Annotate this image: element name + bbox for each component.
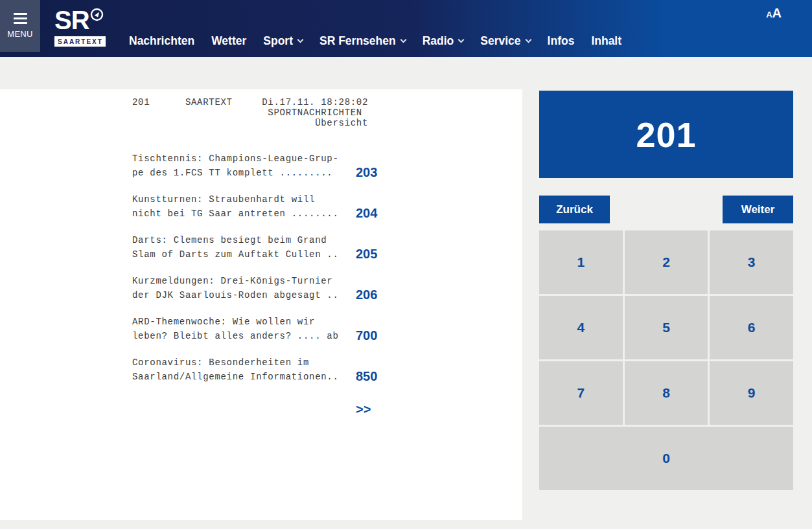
page-nav-buttons: Zurück Weiter [539, 196, 793, 223]
teletext-index-list: Tischtennis: Champions-League-Grup- pe d… [132, 153, 522, 386]
nav-item-service[interactable]: Service [480, 34, 530, 48]
key-6[interactable]: 6 [710, 296, 793, 359]
teletext-entry: Darts: Clemens besiegt beim Grand Slam o… [132, 235, 522, 264]
sr-logo-text: SR [54, 5, 89, 35]
chevron-down-icon [525, 37, 531, 43]
teletext-entry: Kurzmeldungen: Drei-Königs-Turnier der D… [132, 276, 522, 304]
nav-item-infos[interactable]: Infos [548, 34, 575, 48]
page-link-850[interactable]: 850 [356, 367, 377, 385]
chevron-down-icon [297, 37, 304, 43]
ard-circle-icon [90, 8, 104, 21]
teletext-entry: Kunstturnen: Straubenhardt will nicht be… [132, 194, 522, 223]
menu-button-label: MENU [7, 29, 32, 39]
nav-item-wetter[interactable]: Wetter [211, 34, 246, 48]
page-link-700[interactable]: 700 [356, 326, 377, 344]
next-page-link[interactable]: >> [356, 402, 371, 416]
back-button[interactable]: Zurück [539, 196, 610, 223]
key-7[interactable]: 7 [539, 361, 623, 425]
page-link-204[interactable]: 204 [356, 204, 377, 222]
key-9[interactable]: 9 [710, 361, 793, 425]
remote-control: 201 Zurück Weiter 1 2 3 4 5 6 7 8 9 0 [539, 91, 793, 490]
chevron-down-icon [400, 37, 406, 43]
page-link-203[interactable]: 203 [356, 163, 377, 181]
font-size-control[interactable]: A A [766, 6, 782, 21]
page-number-display: 201 [539, 91, 793, 178]
teletext-header-line: 201 SAARTEXT Di.17.11. 18:28:02 [132, 97, 522, 107]
main-nav: Nachrichten Wetter Sport SR Fernsehen Ra… [129, 34, 621, 48]
key-8[interactable]: 8 [625, 361, 708, 425]
hamburger-icon [14, 13, 27, 24]
menu-button[interactable]: MENU [0, 0, 40, 52]
saartext-badge: SAARTEXT [54, 36, 106, 47]
font-size-small-a: A [766, 10, 772, 19]
key-2[interactable]: 2 [625, 231, 708, 294]
teletext-entry: ARD-Themenwoche: Wie wollen wir leben? B… [132, 317, 522, 345]
nav-item-radio[interactable]: Radio [423, 34, 464, 48]
teletext-entry: Coronavirus: Besonderheiten im Saarland/… [132, 357, 522, 386]
next-button[interactable]: Weiter [723, 196, 793, 223]
key-4[interactable]: 4 [539, 296, 623, 359]
nav-item-sr-fernsehen[interactable]: SR Fernsehen [319, 34, 406, 48]
sr-saartext-logo[interactable]: SR SAARTEXT [54, 5, 106, 47]
page-link-205[interactable]: 205 [356, 245, 377, 263]
main-content: 201 SAARTEXT Di.17.11. 18:28:02 SPORTNAC… [0, 57, 812, 529]
site-header: MENU SR SAARTEXT Nachrichten Wetter Spor… [0, 0, 812, 57]
teletext-panel: 201 SAARTEXT Di.17.11. 18:28:02 SPORTNAC… [0, 89, 522, 520]
numeric-keypad: 1 2 3 4 5 6 7 8 9 0 [539, 231, 793, 490]
page-link-206[interactable]: 206 [356, 286, 377, 304]
teletext-header-line: Übersicht [132, 118, 522, 128]
chevron-down-icon [458, 37, 465, 43]
key-1[interactable]: 1 [539, 231, 623, 294]
nav-item-sport[interactable]: Sport [263, 34, 303, 48]
key-5[interactable]: 5 [625, 296, 708, 359]
teletext-header-line: SPORTNACHRICHTEN [132, 107, 522, 118]
key-3[interactable]: 3 [710, 231, 793, 294]
font-size-large-a: A [772, 6, 782, 21]
nav-item-nachrichten[interactable]: Nachrichten [129, 34, 194, 48]
key-0[interactable]: 0 [539, 427, 793, 490]
nav-item-inhalt[interactable]: Inhalt [591, 34, 621, 48]
teletext-entry: Tischtennis: Champions-League-Grup- pe d… [132, 153, 522, 182]
